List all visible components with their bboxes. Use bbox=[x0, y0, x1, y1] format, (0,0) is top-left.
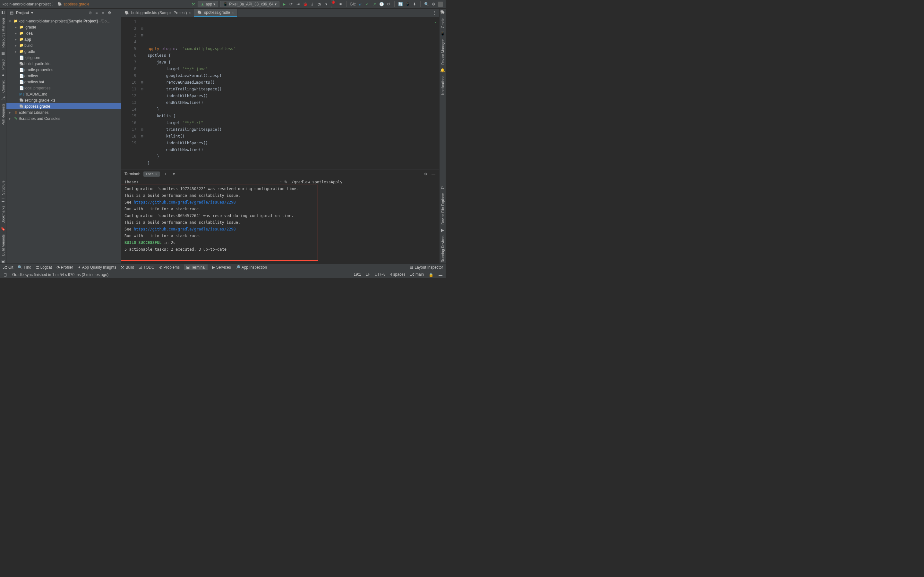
android-monitor-icon[interactable]: 🐞₊ bbox=[331, 2, 336, 7]
editor[interactable]: 12345678910111213141516171819 ⊟⊟ ⊟⊟ ⊟⊟ ✓… bbox=[121, 17, 439, 169]
stop-icon[interactable]: ■ bbox=[338, 2, 343, 7]
search-icon[interactable]: 🔍 bbox=[424, 2, 429, 7]
bell-icon[interactable]: 🔔 bbox=[441, 68, 445, 73]
tree-row[interactable]: ▸📁 gradle bbox=[6, 48, 121, 55]
code-area[interactable]: ✓ apply plugin: "com.diffplug.spotless"s… bbox=[144, 17, 439, 169]
gear-icon[interactable]: ⚙ bbox=[107, 10, 112, 15]
device-manager-icon[interactable]: 📱 bbox=[441, 31, 445, 36]
pull-requests-icon[interactable]: ⎇ bbox=[1, 96, 5, 100]
tree-row[interactable]: 📄 .gitignore bbox=[6, 55, 121, 61]
hide-icon[interactable]: — bbox=[113, 10, 118, 15]
line-sep[interactable]: LF bbox=[366, 272, 370, 277]
debug-step-icon[interactable]: ⇥ bbox=[296, 2, 300, 7]
run-config-selector[interactable]: ▲ app ▾ bbox=[198, 1, 218, 7]
tree-row[interactable]: ▸✎ Scratches and Consoles bbox=[6, 115, 121, 121]
git-commit-icon[interactable]: ✓ bbox=[365, 2, 370, 7]
tree-row[interactable]: 📄 gradlew bbox=[6, 73, 121, 79]
git-history-icon[interactable]: 🕘 bbox=[379, 2, 384, 7]
run-icon[interactable]: ▶ bbox=[281, 2, 286, 7]
editor-tab[interactable]: 🐘build.gradle.kts (Sample Project)× bbox=[121, 9, 194, 17]
side-label-notifications[interactable]: Notifications bbox=[441, 74, 445, 96]
coverage-icon[interactable]: ⟳ bbox=[288, 2, 294, 7]
bottom-tab-services[interactable]: ▶Services bbox=[212, 264, 231, 270]
build-variants-icon[interactable]: ▣ bbox=[1, 259, 5, 263]
hammer-icon[interactable]: ⚒ bbox=[191, 2, 196, 7]
terminal-body[interactable]: (base) : % ./gradlew spotlessApplyConfig… bbox=[121, 177, 439, 263]
gear-icon[interactable]: ⚙ bbox=[431, 2, 436, 7]
side-label-dfe[interactable]: Device File Explorer bbox=[441, 192, 445, 226]
side-label-gradle[interactable]: Gradle bbox=[441, 16, 445, 29]
bottom-tab-todo[interactable]: ☑TODO bbox=[139, 264, 154, 270]
side-label-project[interactable]: Project bbox=[1, 57, 5, 71]
terminal-tab[interactable]: Local × bbox=[144, 171, 160, 177]
tree-row[interactable]: ▸⫴ External Libraries bbox=[6, 109, 121, 115]
events-icon[interactable]: ▢ bbox=[3, 272, 8, 277]
breadcrumb-file[interactable]: spotless.gradle bbox=[63, 2, 89, 6]
expand-icon[interactable]: ≡ bbox=[94, 10, 99, 15]
caret-position[interactable]: 19:1 bbox=[354, 272, 361, 277]
tree-row[interactable]: 🐘 spotless.gradle bbox=[6, 103, 121, 109]
tree-row[interactable]: ▸📁 .gradle bbox=[6, 24, 121, 30]
project-title[interactable]: Project bbox=[16, 11, 29, 15]
bookmark-icon[interactable]: 🔖 bbox=[1, 227, 5, 231]
bottom-tab-git[interactable]: ⎇Git bbox=[3, 264, 13, 270]
memory-indicator-icon[interactable]: ▬ bbox=[438, 272, 443, 277]
chevron-down-icon[interactable]: ▾ bbox=[324, 2, 329, 7]
tree-row[interactable]: 🐘 build.gradle.kts bbox=[6, 61, 121, 67]
tree-row[interactable]: 📄 gradle.properties bbox=[6, 67, 121, 73]
avatar[interactable] bbox=[438, 2, 443, 7]
layout-inspector-tab[interactable]: ▦ Layout Inspector bbox=[410, 265, 443, 269]
side-label-running[interactable]: Running Devices bbox=[441, 234, 445, 263]
commit-icon[interactable]: ● bbox=[1, 73, 5, 77]
attach-debugger-icon[interactable]: ⤓ bbox=[310, 2, 315, 7]
bottom-tab-app-quality-insights[interactable]: ✦App Quality Insights bbox=[78, 264, 116, 270]
side-label-variants[interactable]: Build Variants bbox=[1, 233, 5, 257]
git-branch[interactable]: ⎇ main bbox=[410, 272, 424, 277]
git-push-icon[interactable]: ↗ bbox=[372, 2, 377, 7]
tree-row[interactable]: ▸📁 .idea bbox=[6, 30, 121, 36]
add-terminal-icon[interactable]: + bbox=[163, 171, 168, 177]
breadcrumb[interactable]: kotlin-android-starter-project 〉 🐘 spotl… bbox=[3, 2, 189, 7]
side-label-commit[interactable]: Commit bbox=[1, 79, 5, 94]
resource-manager-icon[interactable]: ◧ bbox=[1, 10, 5, 15]
bottom-tab-app-inspection[interactable]: 🔎App Inspection bbox=[236, 264, 267, 270]
project-tree[interactable]: ▾📁 kotlin-android-starter-project [Sampl… bbox=[6, 17, 121, 263]
tree-row[interactable]: 📄 gradlew.bat bbox=[6, 79, 121, 85]
tree-row[interactable]: ▸📁 app bbox=[6, 36, 121, 42]
bottom-tab-logcat[interactable]: ≣Logcat bbox=[36, 264, 52, 270]
side-label-device-mgr[interactable]: Device Manager bbox=[441, 38, 445, 66]
close-icon[interactable]: × bbox=[189, 11, 191, 15]
avd-icon[interactable]: 📱 bbox=[405, 2, 410, 7]
bottom-tab-build[interactable]: ⚒Build bbox=[121, 264, 134, 270]
gradle-elephant-icon[interactable]: 🐘 bbox=[441, 10, 445, 15]
tree-row[interactable]: M↓ README.md bbox=[6, 91, 121, 97]
fold-gutter[interactable]: ⊟⊟ ⊟⊟ ⊟⊟ bbox=[140, 17, 144, 169]
chevron-down-icon[interactable]: ▾ bbox=[171, 171, 176, 177]
hide-icon[interactable]: — bbox=[431, 171, 436, 177]
breadcrumb-root[interactable]: kotlin-android-starter-project bbox=[3, 2, 51, 6]
tree-row[interactable]: ▾📁 kotlin-android-starter-project [Sampl… bbox=[6, 18, 121, 24]
inspection-ok-icon[interactable]: ✓ bbox=[435, 19, 437, 26]
git-update-icon[interactable]: ↙ bbox=[358, 2, 363, 7]
encoding[interactable]: UTF-8 bbox=[375, 272, 386, 277]
tree-row[interactable]: 🐘 settings.gradle.kts bbox=[6, 97, 121, 103]
side-label-resource[interactable]: Resource Manager bbox=[1, 16, 5, 49]
profiler-icon[interactable]: ◔ bbox=[317, 2, 322, 7]
editor-tab[interactable]: 🐘spotless.gradle× bbox=[194, 9, 237, 17]
side-label-structure[interactable]: Structure bbox=[1, 179, 5, 196]
bottom-tab-terminal[interactable]: ▣Terminal bbox=[184, 264, 207, 270]
sdk-icon[interactable]: ⬇ bbox=[412, 2, 417, 7]
bottom-tab-problems[interactable]: ⊘Problems bbox=[159, 264, 180, 270]
side-label-pull[interactable]: Pull Requests bbox=[1, 102, 5, 127]
running-devices-icon[interactable]: ▶ bbox=[441, 228, 445, 232]
close-icon[interactable]: × bbox=[155, 172, 157, 176]
tree-row[interactable]: ▸📁 build bbox=[6, 42, 121, 48]
debug-icon[interactable]: 🐞 bbox=[302, 2, 308, 7]
indent-status[interactable]: 4 spaces bbox=[390, 272, 405, 277]
side-label-bookmarks[interactable]: Bookmarks bbox=[1, 205, 5, 225]
device-file-explorer-icon[interactable]: 🗂 bbox=[441, 185, 445, 190]
collapse-icon[interactable]: ≣ bbox=[100, 10, 105, 15]
tree-row[interactable]: 📄 local.properties bbox=[6, 85, 121, 91]
bottom-tab-profiler[interactable]: ◔Profiler bbox=[57, 264, 73, 270]
close-icon[interactable]: × bbox=[232, 11, 234, 15]
